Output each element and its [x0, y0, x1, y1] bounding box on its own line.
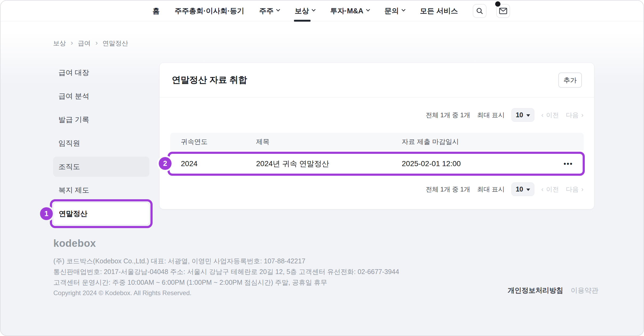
chevron-right-icon: › [581, 186, 583, 193]
caret-down-icon [526, 114, 530, 117]
page-size-dropdown[interactable]: 10 [511, 108, 534, 122]
prev-label: 이전 [546, 185, 559, 194]
sidebar-item-welfare[interactable]: 복지 제도 [53, 178, 149, 202]
pagination-summary: 전체 1개 중 1개 [426, 111, 470, 119]
nav-label: 주주 [259, 6, 273, 16]
chevron-down-icon [312, 7, 316, 12]
sidebar-item-payroll-ledger[interactable]: 급여 대장 [53, 61, 149, 84]
search-icon [476, 7, 483, 15]
nav-label: 보상 [295, 6, 309, 16]
breadcrumb-separator: › [71, 39, 73, 47]
top-navbar: 홈 주주총회·이사회·등기 주주 보상 투자·M&A 문의 모든 서비스 [1, 1, 643, 21]
column-header-title: 제목 [256, 137, 402, 146]
pagination-bottom: 전체 1개 중 1개 최대 표시 10 ‹ 이전 다음 › [426, 182, 583, 196]
sidebar-item-label: 연말정산 [59, 209, 88, 218]
privacy-policy-link[interactable]: 개인정보처리방침 [508, 286, 563, 295]
chevron-right-icon: › [581, 111, 583, 119]
nav-label: 모든 서비스 [420, 6, 458, 16]
column-header-year: 귀속연도 [181, 137, 256, 146]
chevron-left-icon: ‹ [541, 111, 543, 119]
sidebar-item-year-end-settlement[interactable]: 연말정산 1 [53, 202, 149, 225]
footer-links: 개인정보처리방침 이용약관 [508, 286, 598, 295]
sidebar-item-issuance-records[interactable]: 발급 기록 [53, 108, 149, 131]
notification-dot [495, 1, 500, 7]
breadcrumb-year-end-settlement[interactable]: 연말정산 [102, 39, 128, 48]
nav-label: 주주총회·이사회·등기 [175, 6, 244, 16]
nav-icon-group [473, 4, 510, 18]
nav-item-inquiry[interactable]: 문의 [384, 6, 405, 16]
page-title: 연말정산 자료 취합 [172, 74, 247, 86]
settlement-table: 귀속연도 제목 자료 제출 마감일시 2024 2024년 귀속 연말정산 20… [170, 133, 584, 177]
sidebar-item-label: 조직도 [58, 162, 80, 171]
row-menu-button[interactable]: ••• [564, 160, 573, 168]
footer: kodebox (주) 코드박스(Kodebox Co.,Ltd.) 대표: 서… [53, 238, 399, 298]
breadcrumb: 보상 › 급여 › 연말정산 [53, 39, 128, 48]
nav-item-investment-ma[interactable]: 투자·M&A [330, 6, 369, 16]
annotation-badge-1: 1 [40, 207, 53, 220]
app-window: 홈 주주총회·이사회·등기 주주 보상 투자·M&A 문의 모든 서비스 [0, 0, 644, 336]
breadcrumb-payroll[interactable]: 급여 [78, 39, 91, 48]
pagination-summary: 전체 1개 중 1개 [426, 185, 470, 194]
sidebar-item-employees[interactable]: 임직원 [53, 131, 149, 155]
add-button[interactable]: 추가 [558, 72, 582, 88]
footer-company-info: (주) 코드박스(Kodebox Co.,Ltd.) 대표: 서광열, 이영민 … [53, 256, 399, 266]
sidebar: 급여 대장 급여 분석 발급 기록 임직원 조직도 복지 제도 연말정산 1 [53, 61, 149, 225]
next-page-button[interactable]: 다음 › [566, 185, 583, 194]
chevron-down-icon [276, 7, 280, 12]
nav-item-shareholder-meeting[interactable]: 주주총회·이사회·등기 [175, 6, 244, 16]
next-label: 다음 [566, 185, 579, 194]
mail-button[interactable] [496, 4, 510, 18]
sidebar-item-payroll-analysis[interactable]: 급여 분석 [53, 84, 149, 108]
kodebox-logo: kodebox [53, 238, 399, 249]
mail-icon [499, 8, 507, 14]
page-size-value: 10 [516, 111, 523, 119]
nav-label: 투자·M&A [330, 6, 363, 16]
nav-label: 홈 [153, 6, 160, 16]
footer-business-info: 통신판매업번호: 2017-서울강남-04048 주소: 서울시 강남구 테헤란… [53, 266, 399, 277]
year-end-settlement-panel: 연말정산 자료 취합 추가 전체 1개 중 1개 최대 표시 10 ‹ 이전 다… [159, 62, 594, 209]
nav-item-all-services[interactable]: 모든 서비스 [420, 6, 458, 16]
search-button[interactable] [473, 4, 487, 18]
page-size-value: 10 [516, 185, 523, 193]
prev-page-button[interactable]: ‹ 이전 [541, 111, 559, 119]
footer-hours-info: 고객센터 운영시간: 주중 10:00AM ~ 6:00PM (1:00PM ~… [53, 277, 399, 288]
chevron-down-icon [366, 7, 370, 12]
breadcrumb-separator: › [96, 39, 98, 47]
next-page-button[interactable]: 다음 › [566, 111, 583, 119]
footer-copyright: Copyright 2024 © Kodebox. All Rights Res… [53, 288, 399, 298]
breadcrumb-compensation[interactable]: 보상 [53, 39, 66, 48]
sidebar-item-label: 급여 대장 [58, 68, 89, 77]
sidebar-item-org-chart[interactable]: 조직도 [53, 157, 149, 177]
column-header-deadline: 자료 제출 마감일시 [402, 137, 549, 146]
table-row[interactable]: 2024 2024년 귀속 연말정산 2025-02-01 12:00 ••• [170, 150, 584, 177]
sidebar-item-label: 급여 분석 [58, 91, 89, 101]
cell-title: 2024년 귀속 연말정산 [256, 159, 402, 169]
terms-of-service-link[interactable]: 이용약관 [571, 286, 598, 295]
cell-year: 2024 [181, 159, 256, 168]
table-header-row: 귀속연도 제목 자료 제출 마감일시 [170, 133, 584, 150]
prev-label: 이전 [546, 111, 559, 119]
pagination-top: 전체 1개 중 1개 최대 표시 10 ‹ 이전 다음 › [426, 108, 583, 122]
sidebar-item-label: 임직원 [58, 138, 80, 148]
sidebar-item-label: 발급 기록 [58, 115, 89, 124]
prev-page-button[interactable]: ‹ 이전 [541, 185, 559, 194]
nav-item-compensation[interactable]: 보상 [295, 6, 315, 16]
cell-deadline: 2025-02-01 12:00 [402, 159, 549, 168]
nav-item-home[interactable]: 홈 [153, 6, 160, 16]
nav-item-shareholders[interactable]: 주주 [259, 6, 280, 16]
panel-header: 연말정산 자료 취합 추가 [160, 63, 594, 97]
nav-label: 문의 [384, 6, 399, 16]
page-size-dropdown[interactable]: 10 [511, 182, 534, 196]
chevron-left-icon: ‹ [541, 186, 543, 193]
sidebar-item-label: 복지 제도 [58, 185, 89, 195]
caret-down-icon [526, 189, 530, 191]
next-label: 다음 [566, 111, 579, 119]
chevron-down-icon [401, 7, 406, 12]
page-size-label: 최대 표시 [477, 185, 505, 194]
active-tab-underline [294, 20, 311, 22]
page-size-label: 최대 표시 [477, 111, 505, 119]
